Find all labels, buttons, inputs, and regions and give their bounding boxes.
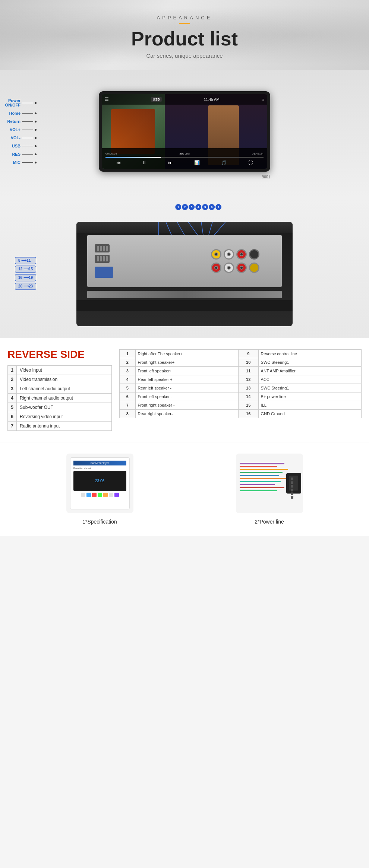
screen-controls-bar: 00:00:58 abc .avi 01:43:34 ⏮ ⏸ ⏭ 📊 🎵 ⛶ (102, 148, 267, 169)
row-num-right: 15 (238, 401, 258, 410)
label-res: RES (0, 152, 37, 156)
car-unit-screen: ☰ USB 11:45 AM ⌂ (102, 94, 267, 169)
row-label-left: Rear left speaker + (135, 375, 238, 384)
side-group-3: 16 ⟶19 (15, 274, 36, 282)
row-label-right: ANT AMP Amplifier (258, 367, 361, 375)
row-label-right: ACC (258, 375, 361, 384)
rca-red-1 (236, 249, 247, 260)
manual-icon-5 (103, 493, 108, 497)
row-label: Video input (17, 366, 112, 375)
row-num: 6 (8, 412, 17, 422)
manual-device-img: 23:06 (73, 471, 126, 491)
power-line-label: 2*Power line (255, 519, 284, 525)
right-table-row: 7 Front right speaker - 15 ILL (120, 401, 362, 410)
progress-bar (105, 157, 264, 158)
left-table: 1Video input2Video transmission3Left cha… (7, 365, 112, 431)
row-num-left: 7 (120, 401, 136, 410)
row-num-right: 16 (238, 410, 258, 418)
next-button[interactable]: ⏭ (168, 160, 173, 165)
device-labels-left: PowerON/OFF Home Return VOL+ VOL- USB (0, 98, 37, 168)
row-num: 4 (8, 394, 17, 403)
right-table: 1 Right after The speaker+ 9 Reverse con… (119, 349, 362, 418)
wire-6 (240, 481, 281, 482)
device-section: PowerON/OFF Home Return VOL+ VOL- USB (0, 70, 369, 197)
wire-5 (240, 478, 286, 479)
hero-section: APPEARANCE Product list Car series, uniq… (0, 0, 369, 70)
row-label-left: Front left speaker+ (135, 367, 238, 375)
connector-num-1: 1 (175, 204, 181, 210)
panel-middle (87, 235, 282, 287)
connector-lines (147, 222, 240, 235)
row-label: Video transmission (17, 375, 112, 384)
connector-block-1 (95, 244, 110, 252)
side-group-2: 12 ⟶15 (15, 266, 36, 273)
back-panel-section: 8 ⟶11 12 ⟶15 16 ⟶19 20 ⟶23 1 2 3 4 5 6 7 (0, 197, 369, 338)
manual-header: Car MP5 Player (73, 461, 126, 465)
svg-line-6 (214, 222, 226, 235)
left-table-row: 1Video input (8, 366, 112, 375)
unit-model: 9001 (262, 175, 270, 179)
wire-harness (236, 455, 303, 511)
row-label-left: Rear left speaker - (135, 384, 238, 392)
row-num: 1 (8, 366, 17, 375)
screen-total: 01:43:34 (252, 152, 264, 155)
row-num-left: 8 (120, 410, 136, 418)
manual-subtitle: Operation Manual (73, 467, 126, 469)
svg-line-4 (201, 222, 203, 235)
page-title: Product list (7, 28, 362, 50)
usb-badge: USB (151, 97, 162, 102)
side-group-1: 8 ⟶11 (15, 257, 36, 264)
connector-blocks (95, 244, 113, 278)
row-num-right: 12 (238, 375, 258, 384)
wire-1 (240, 466, 277, 467)
accessory-power-line: 2*Power line (236, 454, 303, 525)
screen-buttons-row: ⏮ ⏸ ⏭ 📊 🎵 ⛶ (105, 160, 264, 165)
label-usb: USB (0, 144, 37, 148)
row-label: Right channel audio output (17, 394, 112, 403)
rca-white-2 (224, 263, 234, 273)
manual-icon-7 (114, 493, 119, 497)
prev-button[interactable]: ⏮ (116, 160, 121, 165)
row-num: 7 (8, 422, 17, 431)
manual-icon-6 (109, 493, 113, 497)
label-power: PowerON/OFF (0, 98, 37, 107)
right-table-row: 8 Rear right speaker- 16 GND Ground (120, 410, 362, 418)
hero-decorative-line (179, 23, 190, 24)
fullscreen-button[interactable]: ⛶ (248, 160, 253, 165)
wire-2 (240, 469, 288, 470)
rca-row-top (211, 249, 259, 260)
connector-num-3: 3 (189, 204, 195, 210)
rca-yellow-1 (211, 249, 221, 260)
connector-num-7: 7 (215, 204, 221, 210)
screen-filename: abc .avi (179, 152, 190, 155)
right-table-row: 2 Front right speaker+ 10 SWC Steering1 (120, 358, 362, 367)
rca-gold-1 (249, 263, 259, 273)
pause-button[interactable]: ⏸ (142, 160, 146, 165)
right-table-row: 4 Rear left speaker + 12 ACC (120, 375, 362, 384)
car-screen: ☰ USB 11:45 AM ⌂ (102, 94, 267, 169)
back-panel-board (76, 222, 293, 326)
screen-time: 11:45 AM (204, 98, 220, 102)
row-label-right: GND Ground (258, 410, 361, 418)
manual-icon-3 (92, 493, 97, 497)
left-table-row: 3Left channel audio output (8, 384, 112, 394)
manual-icon-2 (86, 493, 91, 497)
row-num-left: 6 (120, 392, 136, 401)
connector-num-2: 2 (182, 204, 188, 210)
rca-white-1 (224, 249, 234, 260)
left-table-row: 7Radio antenna input (8, 422, 112, 431)
wire-7 (240, 484, 275, 485)
row-label: Reversing video input (17, 412, 112, 422)
wire-4 (240, 475, 279, 476)
row-label-right: B+ power line (258, 392, 361, 401)
right-table-row: 1 Right after The speaker+ 9 Reverse con… (120, 350, 362, 358)
wire-0 (240, 463, 284, 464)
progress-fill (105, 157, 161, 158)
equalizer-icon[interactable]: 📊 (194, 160, 200, 165)
connector-num-6: 6 (209, 204, 215, 210)
left-table-row: 4Right channel audio output (8, 394, 112, 403)
row-num-left: 2 (120, 358, 136, 367)
row-label-right: SWC Steering1 (258, 358, 361, 367)
specification-image: Car MP5 Player Operation Manual 23:06 (66, 454, 133, 513)
row-num-right: 9 (238, 350, 258, 358)
